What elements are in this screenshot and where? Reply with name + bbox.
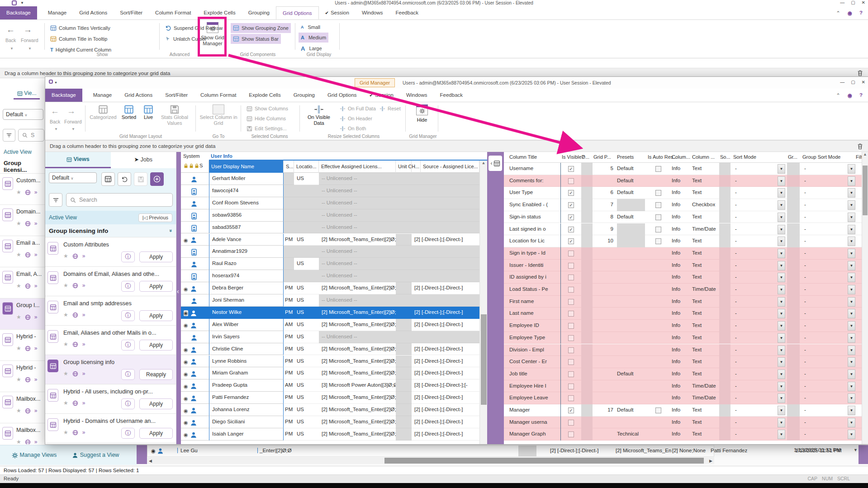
user-display-name-cell[interactable]: Joni Sherman <box>209 294 284 307</box>
auto-resize-checkbox[interactable] <box>655 407 661 413</box>
table-row[interactable]: ◉ Alex Wilber AM US [2] Microsoft_Teams_… <box>181 319 487 331</box>
mgr-header-column-type[interactable]: Column ... <box>692 154 715 160</box>
group-sort-mode-dropdown[interactable]: ▼ <box>848 297 855 307</box>
manager-row[interactable]: Username 5 Default Info Text -▼ -▼ <box>504 163 862 175</box>
user-display-name-cell[interactable]: Irvin Sayers <box>209 331 284 343</box>
is-visible-checkbox[interactable] <box>568 384 574 389</box>
sidebar-item[interactable]: Group l... ★ » <box>0 298 45 329</box>
sidebar-item[interactable]: Domain... ★ » <box>0 204 45 236</box>
outer-filter-button[interactable] <box>3 129 15 142</box>
table-row[interactable]: ◉ Lee Gu _Enter|[2]Ø;Ø [2] [-Direct-];[-… <box>147 445 714 457</box>
table-row[interactable]: ◉ Lynne Robbins PM US [2] Microsoft_Team… <box>181 355 487 368</box>
minimize-icon[interactable]: — <box>840 0 844 5</box>
mgr-header-gr[interactable]: Gr... <box>788 154 797 160</box>
preset-cell[interactable]: Technical <box>615 428 647 441</box>
tab-grid-options[interactable]: Grid Options <box>276 6 319 19</box>
manager-column-title[interactable]: Cost Center - Er <box>504 356 561 368</box>
manager-column-title[interactable]: ID assigned by i <box>504 271 561 284</box>
sidebar-item[interactable]: Custom... ★ » <box>0 173 45 204</box>
is-visible-checkbox[interactable] <box>568 227 574 232</box>
is-visible-checkbox[interactable] <box>568 238 574 244</box>
forward-dropdown-icon[interactable]: ▼ <box>28 47 32 51</box>
view-list-item[interactable]: Hybrid - All users, including on-pr... ★… <box>45 384 176 413</box>
tab-column-format[interactable]: Column Format <box>149 6 197 19</box>
preset-cell[interactable] <box>615 320 647 332</box>
table-row[interactable]: ◉ Christie Cline PM US [2] Microsoft_Tea… <box>181 343 487 355</box>
group-sort-mode-dropdown[interactable]: ▼ <box>848 237 855 246</box>
on-visible-data-button[interactable]: On Visible Data <box>304 104 334 126</box>
back-dropdown-icon[interactable]: ▼ <box>10 47 14 51</box>
hide-columns-button[interactable]: Hide Columns <box>244 114 288 123</box>
is-visible-checkbox[interactable] <box>568 202 574 208</box>
is-visible-checkbox[interactable] <box>568 407 574 413</box>
tab-sort-filter[interactable]: Sort/Filter <box>159 89 194 102</box>
manager-row[interactable]: Manager userna Info Text -▼ -▼ <box>504 417 862 429</box>
table-row[interactable]: ◉ Nestor Wilke PM US [2] Microsoft_Teams… <box>181 307 487 319</box>
star-icon[interactable]: ★ <box>63 370 68 377</box>
group-sort-mode-dropdown[interactable]: ▼ <box>848 309 855 318</box>
user-display-name-cell[interactable]: fawocoj474 <box>209 185 284 197</box>
manager-row[interactable]: Employee Leave Info Time/Date -▼ -▼ <box>504 392 862 404</box>
grid-display-small-button[interactable]: ASmall <box>299 22 323 32</box>
is-visible-checkbox[interactable] <box>568 251 574 256</box>
show-grouping-zone-toggle[interactable]: Show Grouping Zone <box>231 23 291 33</box>
save-view-button[interactable] <box>134 172 147 186</box>
manager-row[interactable]: Sign in type - Id Info Text -▼ -▼ <box>504 247 862 260</box>
view-info-button[interactable]: ⓘ <box>121 398 135 409</box>
preset-cell[interactable] <box>615 392 647 404</box>
apply-view-button[interactable]: Apply <box>139 281 173 292</box>
grid-vertical-scrollbar[interactable]: ▲ <box>479 161 487 444</box>
sort-mode-dropdown[interactable]: ▼ <box>778 188 785 198</box>
manager-column-title[interactable]: Employee Leave <box>504 392 561 404</box>
group-sort-mode-dropdown[interactable]: ▼ <box>848 321 855 331</box>
view-info-button[interactable]: ⓘ <box>121 251 135 262</box>
back-button[interactable]: ← <box>51 106 59 116</box>
user-display-name-cell[interactable]: sabad35587 <box>209 222 284 234</box>
user-display-name-cell[interactable]: Adele Vance <box>209 234 284 246</box>
sort-mode-dropdown[interactable]: ▼ <box>778 249 785 258</box>
preset-cell[interactable] <box>615 332 647 344</box>
auto-resize-checkbox[interactable] <box>655 214 661 220</box>
help-icon[interactable]: ? <box>859 10 863 19</box>
view-info-button[interactable]: ⓘ <box>121 340 135 351</box>
manager-row[interactable]: Employee Type Info Text -▼ -▼ <box>504 332 862 344</box>
auto-resize-checkbox[interactable] <box>655 190 661 196</box>
trash-icon[interactable] <box>857 70 863 76</box>
sort-mode-dropdown[interactable]: ▼ <box>778 333 785 343</box>
is-visible-checkbox[interactable] <box>568 287 574 293</box>
group-header-user-info[interactable]: User Info <box>211 153 232 159</box>
user-display-name-cell[interactable]: Alex Wilber <box>209 319 284 331</box>
manager-row[interactable]: Issuer - Identiti Info Text -▼ -▼ <box>504 260 862 272</box>
manager-vertical-scrollbar[interactable]: ▲ <box>862 152 868 444</box>
sort-mode-dropdown[interactable]: ▼ <box>778 285 785 294</box>
sort-mode-dropdown[interactable]: ▼ <box>778 357 785 367</box>
manager-row[interactable]: Sync Enabled - ( 7 Info Checkbox -▼ -▼ <box>504 199 862 211</box>
table-row[interactable]: Annatimar1929 -- Unlicensed -- <box>181 246 487 258</box>
star-icon[interactable]: ★ <box>16 314 21 320</box>
tab-session[interactable]: ✔Session <box>363 89 400 102</box>
manager-column-title[interactable]: Location for Lic <box>504 235 561 247</box>
horizontal-scrollbar[interactable]: ◀▶ <box>147 457 714 464</box>
preset-cell[interactable]: Default <box>615 175 647 187</box>
manager-column-title[interactable]: Sign-in status <box>504 211 561 223</box>
preset-cell[interactable]: Default <box>615 404 647 417</box>
sort-mode-dropdown[interactable]: ▼ <box>778 273 785 282</box>
tab-session[interactable]: ✔Session <box>319 6 356 19</box>
sort-mode-dropdown[interactable]: ▼ <box>778 406 785 415</box>
view-list-item[interactable]: Custom Attributes ★ » ⓘ Apply <box>45 237 176 266</box>
previous-view-button[interactable]: |◁ Previous <box>138 213 172 222</box>
group-sort-mode-dropdown[interactable]: ▼ <box>848 213 855 222</box>
star-icon[interactable]: ★ <box>63 400 68 406</box>
view-info-button[interactable]: ⓘ <box>121 281 135 292</box>
star-icon[interactable]: ★ <box>16 251 21 258</box>
manager-column-title[interactable]: First name <box>504 296 561 308</box>
column-header-location[interactable]: Locatio... <box>294 161 319 173</box>
tab-manage[interactable]: Manage <box>87 89 119 102</box>
group-sort-mode-dropdown[interactable]: ▼ <box>848 346 855 355</box>
apply-view-button[interactable]: Apply <box>139 340 173 351</box>
sort-mode-dropdown[interactable]: ▼ <box>778 309 785 318</box>
mgr-header-colum[interactable]: Colum... <box>672 154 690 160</box>
preset-cell[interactable] <box>615 296 647 308</box>
user-display-name-cell[interactable]: Debra Berger <box>209 282 284 294</box>
column-title-tooltip-button[interactable]: Column Title in Tooltip <box>48 34 109 44</box>
